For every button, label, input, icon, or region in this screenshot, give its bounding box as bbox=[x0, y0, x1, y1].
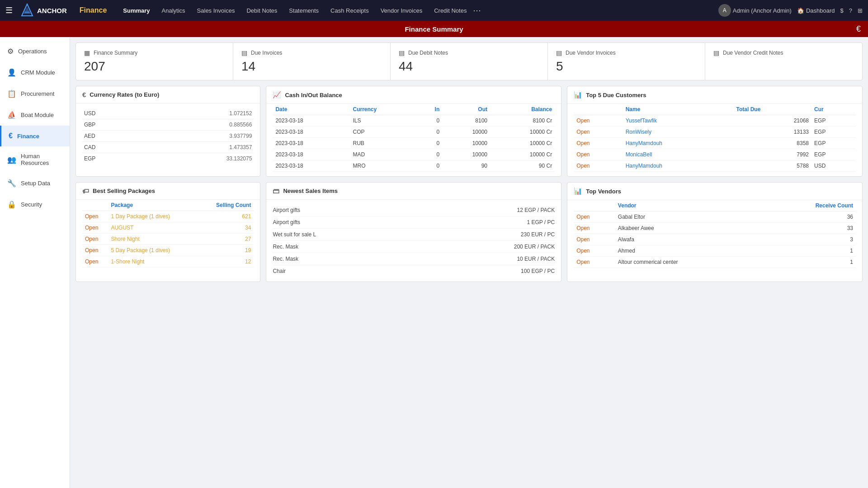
customer-name: YussefTawfik bbox=[623, 115, 734, 127]
cash-date: 2023-03-18 bbox=[273, 115, 350, 127]
newest-sales-header: 🗃 Newest Sales Items bbox=[266, 183, 561, 200]
sales-item-name: Rec. Mask bbox=[273, 256, 298, 262]
admin-menu[interactable]: A Admin (Anchor Admin) bbox=[718, 4, 792, 17]
package-open-link[interactable]: Open bbox=[85, 236, 98, 242]
sales-item-price: 200 EUR / PACK bbox=[514, 244, 555, 250]
due-debit-label: Due Debit Notes bbox=[408, 50, 448, 56]
customer-open-link[interactable]: Open bbox=[576, 163, 590, 169]
hamburger-menu[interactable]: ☰ bbox=[5, 5, 13, 15]
customer-open-link[interactable]: Open bbox=[576, 129, 590, 135]
packages-table: Package Selling Count Open1 Day Package … bbox=[82, 200, 254, 267]
module-title: Finance bbox=[80, 6, 107, 14]
customer-currency: EGP bbox=[811, 115, 856, 127]
col-total-due: Total Due bbox=[734, 104, 812, 115]
newest-sales-title: Newest Sales Items bbox=[283, 188, 338, 194]
grid-icon[interactable]: ⊞ bbox=[858, 7, 863, 14]
sidebar-item-procurement[interactable]: 📋 Procurement bbox=[0, 83, 70, 104]
top-navigation: ☰ ANCHOR Finance Summary Analytics Sales… bbox=[0, 0, 868, 21]
sales-item-price: 230 EUR / PC bbox=[521, 231, 555, 238]
package-name: 5 Day Package (1 dives) bbox=[108, 245, 198, 256]
nav-statements[interactable]: Statements bbox=[283, 5, 324, 17]
sidebar-item-operations[interactable]: ⚙ Operations bbox=[0, 41, 70, 62]
currency-code: GBP bbox=[82, 119, 141, 131]
sidebar-item-hr[interactable]: 👥 Human Resources bbox=[0, 146, 70, 173]
sidebar-item-finance[interactable]: € Finance bbox=[0, 126, 70, 146]
list-item: Rec. Mask10 EUR / PACK bbox=[273, 253, 555, 265]
summary-card-due-debit: ▤ Due Debit Notes 44 bbox=[391, 43, 548, 80]
nav-debit-notes[interactable]: Debit Notes bbox=[241, 5, 283, 17]
dashboard-link[interactable]: 🏠 Dashboard bbox=[797, 7, 835, 14]
customer-currency: EGP bbox=[811, 149, 856, 160]
col-pkg-name: Package bbox=[108, 200, 198, 211]
currency-rate: 33.132075 bbox=[141, 153, 254, 164]
package-open-link[interactable]: Open bbox=[85, 213, 98, 220]
nav-cash-receipts[interactable]: Cash Receipts bbox=[325, 5, 374, 17]
cash-balance: 10000 Cr bbox=[490, 138, 555, 149]
vendor-name: Ahmed bbox=[615, 245, 760, 257]
sidebar-item-security[interactable]: 🔒 Security bbox=[0, 194, 70, 215]
sidebar-item-boat[interactable]: ⛵ Boat Module bbox=[0, 104, 70, 126]
customer-open-link[interactable]: Open bbox=[576, 151, 590, 158]
nav-credit-notes[interactable]: Credit Notes bbox=[429, 5, 472, 17]
sales-items-icon: 🗃 bbox=[273, 187, 279, 195]
nav-sales-invoices[interactable]: Sales Invoices bbox=[192, 5, 241, 17]
cash-balance-title: Cash In/Out Balance bbox=[285, 92, 342, 99]
vendor-open-link[interactable]: Open bbox=[576, 248, 590, 254]
procurement-icon: 📋 bbox=[7, 89, 16, 98]
cash-currency: ILS bbox=[350, 115, 419, 127]
main-content: ▦ Finance Summary 207 ▤ Due Invoices 14 … bbox=[70, 37, 868, 488]
nav-analytics[interactable]: Analytics bbox=[156, 5, 191, 17]
col-currency: Currency bbox=[350, 104, 419, 115]
col-open bbox=[574, 104, 623, 115]
cash-currency: RUB bbox=[350, 138, 419, 149]
customer-total-due: 13133 bbox=[734, 127, 812, 138]
package-open-link[interactable]: Open bbox=[85, 258, 98, 265]
currency-icon[interactable]: $ bbox=[840, 7, 844, 14]
currency-rate: 1.473357 bbox=[141, 142, 254, 153]
table-row: OpenAltour commerical center1 bbox=[574, 257, 856, 268]
customer-open-link[interactable]: Open bbox=[576, 140, 590, 146]
currency-rates-title: Currency Rates (to Euro) bbox=[90, 91, 159, 98]
avatar: A bbox=[718, 4, 731, 17]
currency-table: USD1.072152GBP0.885566AED3.937799CAD1.47… bbox=[82, 108, 254, 164]
vendors-chart-icon: 📊 bbox=[574, 187, 582, 195]
operations-icon: ⚙ bbox=[7, 47, 14, 56]
nav-vendor-invoices[interactable]: Vendor Invoices bbox=[375, 5, 428, 17]
customer-name: MonicaBell bbox=[623, 149, 734, 160]
customer-total-due: 21068 bbox=[734, 115, 812, 127]
cash-balance: 90 Cr bbox=[490, 160, 555, 172]
table-row: 2023-03-18ILS081008100 Cr bbox=[273, 115, 555, 127]
sidebar-item-crm[interactable]: 👤 CRM Module bbox=[0, 62, 70, 83]
currency-code: CAD bbox=[82, 142, 141, 153]
customers-table: Name Total Due Cur OpenYussefTawfik21068… bbox=[574, 104, 856, 172]
sidebar-item-label: Human Resources bbox=[21, 153, 62, 166]
table-row: OpenHanyMamdouh5788USD bbox=[574, 160, 856, 172]
package-count: 621 bbox=[198, 211, 254, 222]
nav-summary[interactable]: Summary bbox=[118, 5, 155, 17]
table-row: Open1 Day Package (1 dives)621 bbox=[82, 211, 254, 222]
package-open-link[interactable]: Open bbox=[85, 225, 98, 231]
panels-row-2: 🏷 Best Selling Packages Package Selling … bbox=[75, 182, 863, 282]
vendor-open-link[interactable]: Open bbox=[576, 225, 590, 231]
cash-icon: 📈 bbox=[273, 91, 281, 99]
table-row: OpenShore Night27 bbox=[82, 234, 254, 245]
cash-balance: 10000 Cr bbox=[490, 149, 555, 160]
nav-more-icon[interactable]: ⋯ bbox=[473, 5, 481, 15]
customers-chart-icon: 📊 bbox=[574, 91, 582, 99]
newest-sales-body: Airport gifts12 EGP / PACKAirport gifts1… bbox=[266, 200, 561, 282]
sidebar-item-label: Security bbox=[21, 201, 42, 208]
vendor-open-link[interactable]: Open bbox=[576, 236, 590, 243]
vendor-open-link[interactable]: Open bbox=[576, 214, 590, 220]
sidebar-item-label: Finance bbox=[17, 133, 39, 140]
customer-open-link[interactable]: Open bbox=[576, 117, 590, 124]
sidebar-item-setup[interactable]: 🔧 Setup Data bbox=[0, 173, 70, 194]
table-row: 2023-03-18MRO09090 Cr bbox=[273, 160, 555, 172]
due-vendor-inv-number: 5 bbox=[556, 59, 697, 74]
finance-icon: € bbox=[9, 132, 13, 140]
customer-currency: EGP bbox=[811, 127, 856, 138]
cash-balance-panel: 📈 Cash In/Out Balance Date Currency In O… bbox=[266, 86, 561, 177]
help-icon[interactable]: ? bbox=[849, 7, 852, 14]
vendor-open-link[interactable]: Open bbox=[576, 259, 590, 265]
package-open-link[interactable]: Open bbox=[85, 247, 98, 253]
cash-out: 10000 bbox=[442, 149, 490, 160]
